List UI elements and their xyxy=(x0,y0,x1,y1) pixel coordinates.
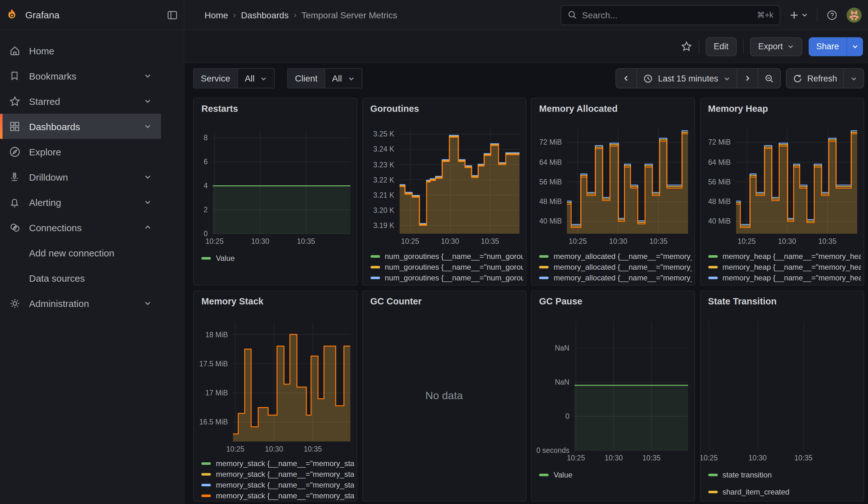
legend-item[interactable]: shard_item_created xyxy=(708,483,861,500)
timeseries-chart[interactable]: 10:2510:3010:35 xyxy=(702,321,857,450)
avatar[interactable] xyxy=(847,7,862,22)
legend-label[interactable]: shard_item_created xyxy=(723,487,861,496)
panel-title[interactable]: GC Counter xyxy=(370,296,422,306)
time-range-picker[interactable]: Last 15 minutes xyxy=(637,69,737,88)
sidebar-item-administration[interactable]: Administration xyxy=(0,290,161,316)
panel-memory-allocated[interactable]: Memory Allocated 40 MiB48 MiB56 MiB64 Mi… xyxy=(531,98,695,286)
star-dashboard-icon[interactable] xyxy=(680,40,692,52)
legend-swatch[interactable] xyxy=(708,276,717,279)
client-filter-value[interactable]: All xyxy=(324,69,361,88)
legend-swatch[interactable] xyxy=(370,255,380,257)
legend-label[interactable]: memory_allocated {__name__="memory_alloc… xyxy=(554,273,692,282)
panel-title[interactable]: Memory Heap xyxy=(708,104,768,114)
legend-label[interactable]: state transition xyxy=(723,470,861,479)
legend-swatch[interactable] xyxy=(539,255,549,257)
legend-item[interactable]: memory_stack {__name__="memory_stack"} xyxy=(202,480,354,490)
sidebar-item-home[interactable]: Home xyxy=(0,38,161,63)
timeseries-chart[interactable]: NaNNaN00 seconds10:2510:3010:35 xyxy=(575,321,688,450)
chevron-down-icon[interactable] xyxy=(144,97,152,105)
sidebar-item-drilldown[interactable]: Drilldown xyxy=(0,164,161,189)
help-icon[interactable] xyxy=(824,7,840,23)
legend-label[interactable]: memory_allocated {__name__="memory_alloc… xyxy=(554,284,692,286)
panel-title[interactable]: GC Pause xyxy=(539,296,582,306)
sidebar-item-dashboards[interactable]: Dashboards xyxy=(0,114,161,139)
legend-label[interactable]: memory_heap {__name__="memory_heap"} xyxy=(723,284,861,286)
panel-memory-heap[interactable]: Memory Heap 40 MiB48 MiB56 MiB64 MiB72 M… xyxy=(700,98,864,286)
panel-goroutines[interactable]: Goroutines 3.19 K3.20 K3.21 K3.22 K3.23 … xyxy=(362,98,526,286)
grafana-logo-icon[interactable] xyxy=(5,8,19,22)
zoom-out-button[interactable] xyxy=(757,69,780,88)
legend-swatch[interactable] xyxy=(202,494,211,497)
legend-label[interactable]: num_goroutines {__name__="num_goroutines… xyxy=(385,252,523,260)
legend-swatch[interactable] xyxy=(708,473,717,476)
legend-item[interactable]: num_goroutines {__name__="num_goroutines… xyxy=(370,283,523,286)
legend-swatch[interactable] xyxy=(708,491,717,493)
legend-swatch[interactable] xyxy=(370,276,380,279)
legend-label[interactable]: Value xyxy=(554,470,692,479)
panel-restarts[interactable]: Restarts 0246810:2510:3010:35 Value xyxy=(193,98,357,286)
legend-item[interactable]: memory_allocated {__name__="memory_alloc… xyxy=(539,283,692,286)
timeseries-chart[interactable]: 40 MiB48 MiB56 MiB64 MiB72 MiB10:2510:30… xyxy=(567,129,688,234)
legend-item[interactable]: Value xyxy=(202,253,354,263)
sidebar-item-add-new-connection[interactable]: Add new connection xyxy=(0,240,161,265)
legend-swatch[interactable] xyxy=(202,257,211,259)
time-shift-forward-button[interactable] xyxy=(736,69,757,88)
legend-swatch[interactable] xyxy=(539,266,549,268)
sidebar-item-bookmarks[interactable]: Bookmarks xyxy=(0,63,161,89)
service-filter-value[interactable]: All xyxy=(237,69,274,88)
share-menu-button[interactable] xyxy=(847,37,863,56)
sidebar-item-starred[interactable]: Starred xyxy=(0,89,161,114)
dock-sidebar-icon[interactable] xyxy=(167,9,178,21)
panel-memory-stack[interactable]: Memory Stack 16.5 MiB17 MiB17.5 MiB18 Mi… xyxy=(193,290,357,502)
legend-swatch[interactable] xyxy=(370,266,380,268)
panel-gc-pause[interactable]: GC Pause NaNNaN00 seconds10:2510:3010:35… xyxy=(531,290,695,502)
chevron-down-icon[interactable] xyxy=(144,299,152,307)
sidebar-item-explore[interactable]: Explore xyxy=(0,139,161,164)
legend-swatch[interactable] xyxy=(539,473,549,476)
legend-item[interactable]: memory_stack {__name__="memory_stack"} xyxy=(202,458,354,469)
chevron-up-icon[interactable] xyxy=(144,224,152,231)
legend-swatch[interactable] xyxy=(539,276,549,279)
share-button[interactable]: Share xyxy=(809,37,847,56)
legend-item[interactable]: memory_heap {__name__="memory_heap"} xyxy=(708,251,861,261)
legend-label[interactable]: memory_heap {__name__="memory_heap"} xyxy=(723,252,861,260)
search-input[interactable]: Search... ⌘+k xyxy=(560,5,780,25)
sidebar-item-alerting[interactable]: Alerting xyxy=(0,189,161,215)
legend-item[interactable]: Value xyxy=(539,469,692,480)
panel-title[interactable]: Memory Allocated xyxy=(539,104,618,114)
legend-item[interactable]: memory_heap {__name__="memory_heap"} xyxy=(708,283,861,286)
chevron-down-icon[interactable] xyxy=(144,198,152,206)
panel-gc-counter[interactable]: GC Counter No data xyxy=(362,290,526,502)
time-shift-back-button[interactable] xyxy=(617,69,637,88)
legend-swatch[interactable] xyxy=(708,266,717,268)
legend-swatch[interactable] xyxy=(202,483,211,486)
legend-item[interactable]: memory_allocated {__name__="memory_alloc… xyxy=(539,251,692,261)
legend-label[interactable]: memory_stack {__name__="memory_stack"} xyxy=(216,491,354,500)
legend-label[interactable]: memory_stack {__name__="memory_stack"} xyxy=(216,480,354,489)
legend-item[interactable]: memory_allocated {__name__="memory_alloc… xyxy=(539,261,692,272)
legend-label[interactable]: memory_stack {__name__="memory_stack"} xyxy=(216,459,354,468)
sidebar-item-data-sources[interactable]: Data sources xyxy=(0,265,161,290)
legend-label[interactable]: num_goroutines {__name__="num_goroutines… xyxy=(385,263,523,271)
edit-button[interactable]: Edit xyxy=(705,37,737,56)
legend-swatch[interactable] xyxy=(202,462,211,464)
panel-title[interactable]: State Transition xyxy=(708,296,777,306)
timeseries-chart[interactable]: 0246810:2510:3010:35 xyxy=(213,131,350,234)
panel-title[interactable]: Goroutines xyxy=(370,104,419,114)
legend-item[interactable]: memory_allocated {__name__="memory_alloc… xyxy=(539,272,692,283)
legend-label[interactable]: memory_heap {__name__="memory_heap"} xyxy=(723,273,861,282)
legend-item[interactable]: memory_heap {__name__="memory_heap"} xyxy=(708,272,861,283)
legend-label[interactable]: memory_stack {__name__="memory_stack"} xyxy=(216,470,354,479)
legend-item[interactable]: state transition xyxy=(708,466,861,483)
legend-label[interactable]: Value xyxy=(216,254,354,263)
chevron-down-icon[interactable] xyxy=(144,173,152,181)
timeseries-chart[interactable]: 16.5 MiB17 MiB17.5 MiB18 MiB10:2510:3010… xyxy=(233,323,350,442)
chevron-down-icon[interactable] xyxy=(144,72,152,80)
legend-label[interactable]: memory_heap {__name__="memory_heap"} xyxy=(723,263,861,271)
legend-item[interactable]: num_goroutines {__name__="num_goroutines… xyxy=(370,251,523,261)
refresh-button[interactable]: Refresh xyxy=(786,69,844,88)
breadcrumb-dashboards[interactable]: Dashboards xyxy=(241,10,289,20)
legend-label[interactable]: num_goroutines {__name__="num_goroutines… xyxy=(385,284,523,286)
legend-item[interactable]: memory_heap {__name__="memory_heap"} xyxy=(708,261,861,272)
legend-item[interactable]: memory_stack {__name__="memory_stack"} xyxy=(202,490,354,501)
